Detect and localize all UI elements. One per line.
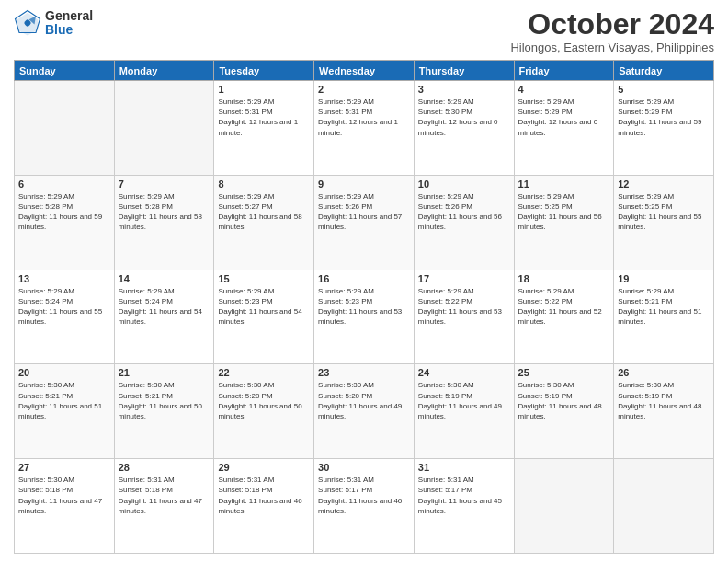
- day-info: Sunrise: 5:29 AMSunset: 5:31 PMDaylight:…: [318, 97, 410, 138]
- calendar-week-2: 6Sunrise: 5:29 AMSunset: 5:28 PMDaylight…: [15, 175, 714, 270]
- weekday-header-wednesday: Wednesday: [314, 61, 415, 81]
- calendar-cell: 18Sunrise: 5:29 AMSunset: 5:22 PMDayligh…: [514, 270, 614, 364]
- day-number: 19: [618, 273, 710, 284]
- calendar-week-3: 13Sunrise: 5:29 AMSunset: 5:24 PMDayligh…: [15, 270, 714, 364]
- day-info: Sunrise: 5:29 AMSunset: 5:24 PMDaylight:…: [119, 286, 210, 327]
- day-info: Sunrise: 5:29 AMSunset: 5:25 PMDaylight:…: [518, 191, 610, 233]
- calendar-cell: [514, 459, 614, 554]
- weekday-header-friday: Friday: [514, 61, 614, 81]
- calendar-cell: 30Sunrise: 5:31 AMSunset: 5:17 PMDayligh…: [314, 459, 415, 554]
- calendar-cell: 10Sunrise: 5:29 AMSunset: 5:26 PMDayligh…: [414, 175, 514, 270]
- day-number: 8: [218, 178, 310, 190]
- day-info: Sunrise: 5:29 AMSunset: 5:30 PMDaylight:…: [418, 97, 510, 138]
- day-info: Sunrise: 5:29 AMSunset: 5:28 PMDaylight:…: [18, 191, 110, 233]
- day-info: Sunrise: 5:29 AMSunset: 5:26 PMDaylight:…: [318, 191, 410, 233]
- calendar-cell: [15, 81, 115, 176]
- weekday-header-thursday: Thursday: [414, 61, 514, 81]
- calendar-cell: 4Sunrise: 5:29 AMSunset: 5:29 PMDaylight…: [514, 81, 614, 176]
- location: Hilongos, Eastern Visayas, Philippines: [510, 40, 714, 54]
- calendar-cell: 13Sunrise: 5:29 AMSunset: 5:24 PMDayligh…: [15, 270, 115, 364]
- day-info: Sunrise: 5:29 AMSunset: 5:23 PMDaylight:…: [318, 286, 410, 327]
- weekday-header-monday: Monday: [114, 61, 214, 81]
- calendar-cell: 21Sunrise: 5:30 AMSunset: 5:21 PMDayligh…: [114, 364, 214, 459]
- day-number: 24: [418, 367, 510, 378]
- day-info: Sunrise: 5:30 AMSunset: 5:21 PMDaylight:…: [119, 380, 210, 421]
- day-info: Sunrise: 5:29 AMSunset: 5:31 PMDaylight:…: [218, 97, 310, 138]
- weekday-header-sunday: Sunday: [15, 61, 115, 81]
- title-area: October 2024 Hilongos, Eastern Visayas, …: [510, 9, 714, 54]
- header: General Blue October 2024 Hilongos, East…: [14, 9, 714, 54]
- day-number: 1: [218, 84, 310, 95]
- day-info: Sunrise: 5:29 AMSunset: 5:22 PMDaylight:…: [418, 286, 510, 327]
- weekday-header-saturday: Saturday: [614, 61, 714, 81]
- day-number: 7: [119, 178, 210, 190]
- calendar-cell: 11Sunrise: 5:29 AMSunset: 5:25 PMDayligh…: [514, 175, 614, 270]
- day-number: 27: [18, 462, 110, 473]
- day-number: 23: [318, 367, 410, 378]
- day-number: 25: [518, 367, 610, 378]
- calendar-cell: [614, 459, 714, 554]
- day-number: 16: [318, 273, 410, 284]
- day-number: 2: [318, 84, 410, 95]
- calendar-cell: 14Sunrise: 5:29 AMSunset: 5:24 PMDayligh…: [114, 270, 214, 364]
- calendar-cell: 24Sunrise: 5:30 AMSunset: 5:19 PMDayligh…: [414, 364, 514, 459]
- calendar-cell: 7Sunrise: 5:29 AMSunset: 5:28 PMDaylight…: [114, 175, 214, 270]
- day-number: 17: [418, 273, 510, 284]
- page: General Blue October 2024 Hilongos, East…: [0, 0, 728, 563]
- day-number: 28: [119, 462, 210, 473]
- calendar-cell: 6Sunrise: 5:29 AMSunset: 5:28 PMDaylight…: [15, 175, 115, 270]
- day-number: 13: [18, 273, 110, 284]
- logo-text: General Blue: [45, 9, 93, 38]
- day-info: Sunrise: 5:29 AMSunset: 5:23 PMDaylight:…: [218, 286, 310, 327]
- calendar-cell: 23Sunrise: 5:30 AMSunset: 5:20 PMDayligh…: [314, 364, 415, 459]
- logo-icon: [14, 9, 41, 37]
- day-number: 30: [318, 462, 410, 473]
- logo: General Blue: [14, 9, 93, 38]
- calendar-cell: 2Sunrise: 5:29 AMSunset: 5:31 PMDaylight…: [314, 81, 415, 176]
- day-info: Sunrise: 5:30 AMSunset: 5:21 PMDaylight:…: [18, 380, 110, 421]
- day-number: 12: [618, 178, 710, 190]
- day-info: Sunrise: 5:31 AMSunset: 5:17 PMDaylight:…: [318, 475, 410, 516]
- day-info: Sunrise: 5:31 AMSunset: 5:18 PMDaylight:…: [119, 475, 210, 516]
- day-info: Sunrise: 5:29 AMSunset: 5:29 PMDaylight:…: [518, 97, 610, 138]
- calendar-cell: 29Sunrise: 5:31 AMSunset: 5:18 PMDayligh…: [214, 459, 314, 554]
- day-number: 21: [119, 367, 210, 378]
- calendar-cell: 1Sunrise: 5:29 AMSunset: 5:31 PMDaylight…: [214, 81, 314, 176]
- day-number: 4: [518, 84, 610, 95]
- calendar-week-5: 27Sunrise: 5:30 AMSunset: 5:18 PMDayligh…: [15, 459, 714, 554]
- calendar-cell: 31Sunrise: 5:31 AMSunset: 5:17 PMDayligh…: [414, 459, 514, 554]
- calendar-cell: 9Sunrise: 5:29 AMSunset: 5:26 PMDaylight…: [314, 175, 415, 270]
- calendar-week-4: 20Sunrise: 5:30 AMSunset: 5:21 PMDayligh…: [15, 364, 714, 459]
- day-number: 3: [418, 84, 510, 95]
- day-info: Sunrise: 5:29 AMSunset: 5:24 PMDaylight:…: [18, 286, 110, 327]
- weekday-header-row: SundayMondayTuesdayWednesdayThursdayFrid…: [15, 61, 714, 81]
- day-info: Sunrise: 5:30 AMSunset: 5:20 PMDaylight:…: [218, 380, 310, 421]
- day-info: Sunrise: 5:29 AMSunset: 5:29 PMDaylight:…: [618, 97, 710, 138]
- day-info: Sunrise: 5:31 AMSunset: 5:17 PMDaylight:…: [418, 475, 510, 516]
- day-info: Sunrise: 5:30 AMSunset: 5:20 PMDaylight:…: [318, 380, 410, 421]
- day-number: 31: [418, 462, 510, 473]
- day-info: Sunrise: 5:29 AMSunset: 5:26 PMDaylight:…: [418, 191, 510, 233]
- day-number: 20: [18, 367, 110, 378]
- day-info: Sunrise: 5:29 AMSunset: 5:27 PMDaylight:…: [218, 191, 310, 233]
- day-number: 29: [218, 462, 310, 473]
- calendar-cell: 16Sunrise: 5:29 AMSunset: 5:23 PMDayligh…: [314, 270, 415, 364]
- day-info: Sunrise: 5:29 AMSunset: 5:22 PMDaylight:…: [518, 286, 610, 327]
- day-number: 18: [518, 273, 610, 284]
- calendar-cell: 5Sunrise: 5:29 AMSunset: 5:29 PMDaylight…: [614, 81, 714, 176]
- day-number: 6: [18, 178, 110, 190]
- day-info: Sunrise: 5:29 AMSunset: 5:25 PMDaylight:…: [618, 191, 710, 233]
- day-number: 10: [418, 178, 510, 190]
- calendar-cell: 26Sunrise: 5:30 AMSunset: 5:19 PMDayligh…: [614, 364, 714, 459]
- day-number: 15: [218, 273, 310, 284]
- calendar-cell: 15Sunrise: 5:29 AMSunset: 5:23 PMDayligh…: [214, 270, 314, 364]
- day-info: Sunrise: 5:31 AMSunset: 5:18 PMDaylight:…: [218, 475, 310, 516]
- calendar-cell: 25Sunrise: 5:30 AMSunset: 5:19 PMDayligh…: [514, 364, 614, 459]
- calendar-table: SundayMondayTuesdayWednesdayThursdayFrid…: [14, 60, 714, 554]
- calendar-cell: 27Sunrise: 5:30 AMSunset: 5:18 PMDayligh…: [15, 459, 115, 554]
- weekday-header-tuesday: Tuesday: [214, 61, 314, 81]
- day-number: 26: [618, 367, 710, 378]
- day-info: Sunrise: 5:29 AMSunset: 5:28 PMDaylight:…: [119, 191, 210, 233]
- calendar-cell: 3Sunrise: 5:29 AMSunset: 5:30 PMDaylight…: [414, 81, 514, 176]
- day-info: Sunrise: 5:30 AMSunset: 5:19 PMDaylight:…: [618, 380, 710, 421]
